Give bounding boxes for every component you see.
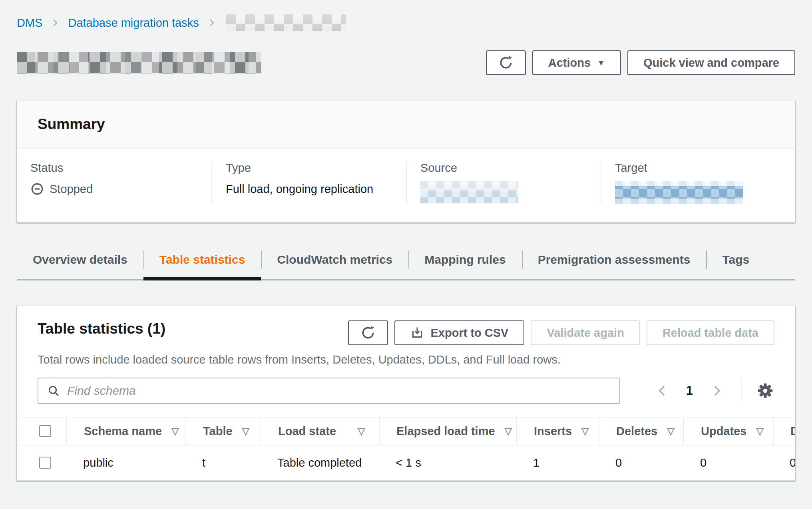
column-header-inserts[interactable]: Inserts ▽ bbox=[516, 418, 599, 445]
cell-inserts: 1 bbox=[516, 445, 599, 480]
summary-field-target: Target bbox=[601, 161, 795, 204]
sort-icon: ▽ bbox=[667, 425, 674, 437]
refresh-icon bbox=[498, 55, 513, 70]
tab-cloudwatch-metrics[interactable]: CloudWatch metrics bbox=[261, 247, 408, 279]
quick-view-compare-label: Quick view and compare bbox=[643, 56, 779, 70]
cell-ddls: 0 bbox=[773, 445, 795, 480]
status-label: Status bbox=[30, 161, 198, 175]
refresh-button[interactable] bbox=[486, 50, 526, 75]
status-value: Stopped bbox=[30, 181, 198, 197]
cell-table: t bbox=[185, 445, 261, 480]
schema-search-box bbox=[38, 378, 620, 404]
column-header-load-state[interactable]: Load state ▽ bbox=[261, 418, 379, 445]
dms-task-page: DMS Database migration tasks Actions ▼ Q… bbox=[0, 14, 812, 481]
cell-updates: 0 bbox=[683, 445, 773, 480]
refresh-icon bbox=[360, 325, 376, 340]
quick-view-compare-button[interactable]: Quick view and compare bbox=[627, 50, 795, 75]
summary-field-status: Status Stopped bbox=[17, 161, 211, 204]
table-refresh-button[interactable] bbox=[348, 320, 388, 345]
target-label: Target bbox=[615, 161, 782, 175]
column-header-updates[interactable]: Updates ▽ bbox=[683, 418, 773, 445]
chevron-right-icon bbox=[50, 18, 60, 28]
actions-button[interactable]: Actions ▼ bbox=[532, 50, 621, 75]
inserts-header-label: Inserts bbox=[534, 425, 572, 438]
summary-body: Status Stopped Type Full load, ongoing r… bbox=[17, 149, 795, 223]
summary-field-source: Source bbox=[406, 161, 601, 204]
breadcrumb-link-dms[interactable]: DMS bbox=[17, 16, 42, 30]
column-header-ddls[interactable]: D bbox=[773, 418, 795, 445]
caret-down-icon: ▼ bbox=[597, 59, 605, 67]
chevron-left-icon bbox=[656, 384, 669, 398]
elapsed-load-time-header-label: Elapsed load time bbox=[396, 425, 495, 438]
validate-again-button[interactable]: Validate again bbox=[531, 320, 640, 345]
column-header-table[interactable]: Table ▽ bbox=[185, 418, 261, 445]
table-statistics-table: Schema name ▽ Table ▽ Load state ▽ Elaps… bbox=[17, 417, 795, 481]
type-value: Full load, ongoing replication bbox=[226, 181, 392, 197]
summary-card-header: Summary bbox=[17, 101, 795, 149]
table-statistics-card: Table statistics (1) Export to CSV bbox=[17, 305, 795, 481]
sort-icon: ▽ bbox=[581, 425, 589, 437]
table-statistics-header: Table statistics (1) Export to CSV bbox=[17, 306, 795, 366]
search-icon bbox=[47, 384, 60, 397]
source-value bbox=[420, 181, 587, 203]
table-settings-button[interactable] bbox=[756, 382, 774, 400]
table-toolbar: 1 bbox=[17, 378, 795, 404]
circle-minus-icon bbox=[30, 182, 44, 196]
cell-load-state: Table completed bbox=[261, 445, 379, 480]
row-select-cell bbox=[17, 445, 66, 480]
type-label: Type bbox=[226, 161, 392, 175]
actions-button-label: Actions bbox=[548, 56, 591, 70]
column-header-elapsed-load-time[interactable]: Elapsed load time ▽ bbox=[379, 418, 516, 445]
sort-icon: ▽ bbox=[171, 425, 179, 437]
sort-icon: ▽ bbox=[242, 425, 249, 437]
breadcrumb-redacted-task-name[interactable] bbox=[226, 14, 346, 31]
current-page-number[interactable]: 1 bbox=[686, 384, 693, 398]
cell-deletes: 0 bbox=[599, 445, 683, 480]
find-schema-input[interactable] bbox=[67, 384, 611, 398]
reload-table-data-button[interactable]: Reload table data bbox=[647, 320, 774, 345]
sort-icon: ▽ bbox=[358, 425, 365, 437]
updates-header-label: Updates bbox=[701, 425, 746, 438]
next-page-button[interactable] bbox=[710, 384, 723, 398]
select-all-checkbox[interactable] bbox=[39, 425, 51, 437]
previous-page-button[interactable] bbox=[656, 384, 669, 398]
select-all-cell bbox=[17, 418, 66, 445]
load-state-header-label: Load state bbox=[278, 425, 336, 438]
task-detail-tabs: Overview details Table statistics CloudW… bbox=[17, 247, 795, 280]
table-row: public t Table completed < 1 s 1 0 0 0 bbox=[17, 445, 795, 481]
status-text: Stopped bbox=[50, 183, 93, 196]
tab-premigration-assessments[interactable]: Premigration assessments bbox=[522, 247, 707, 279]
sort-icon: ▽ bbox=[756, 425, 763, 437]
table-header-label: Table bbox=[203, 425, 233, 438]
target-value bbox=[615, 181, 782, 204]
cell-elapsed-load-time: < 1 s bbox=[379, 445, 516, 480]
tab-tags[interactable]: Tags bbox=[706, 247, 765, 279]
export-to-csv-button[interactable]: Export to CSV bbox=[394, 320, 524, 345]
download-icon bbox=[410, 326, 424, 340]
pager-divider bbox=[741, 379, 742, 402]
column-header-deletes[interactable]: Deletes ▽ bbox=[599, 418, 683, 445]
table-statistics-description: Total rows include loaded source table r… bbox=[38, 353, 774, 366]
row-checkbox[interactable] bbox=[39, 457, 51, 469]
summary-field-type: Type Full load, ongoing replication bbox=[211, 161, 406, 204]
tab-mapping-rules[interactable]: Mapping rules bbox=[408, 247, 521, 279]
target-redacted-link[interactable] bbox=[615, 181, 743, 204]
schema-name-header-label: Schema name bbox=[84, 425, 162, 438]
page-header: Actions ▼ Quick view and compare bbox=[17, 50, 795, 75]
tab-table-statistics[interactable]: Table statistics bbox=[143, 247, 261, 279]
tab-overview-details[interactable]: Overview details bbox=[17, 247, 143, 279]
validate-again-label: Validate again bbox=[547, 326, 624, 340]
table-statistics-title: Table statistics (1) bbox=[38, 320, 165, 337]
column-header-schema-name[interactable]: Schema name ▽ bbox=[66, 418, 185, 445]
source-redacted-link[interactable] bbox=[420, 181, 518, 203]
table-header-row: Schema name ▽ Table ▽ Load state ▽ Elaps… bbox=[17, 418, 795, 445]
cell-schema-name: public bbox=[66, 445, 185, 480]
pagination: 1 bbox=[656, 379, 774, 402]
ddls-header-label: D bbox=[790, 425, 795, 438]
deletes-header-label: Deletes bbox=[616, 425, 657, 438]
breadcrumb-link-tasks[interactable]: Database migration tasks bbox=[68, 16, 199, 30]
redacted-page-title bbox=[17, 52, 261, 74]
gear-icon bbox=[756, 382, 774, 400]
summary-title: Summary bbox=[38, 116, 105, 133]
summary-card: Summary Status Stopped Type Full load, o… bbox=[17, 100, 795, 223]
